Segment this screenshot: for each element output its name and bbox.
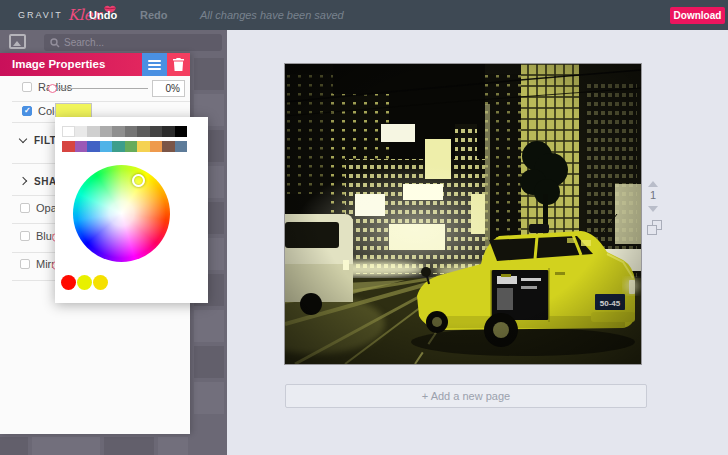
color-swatch[interactable] bbox=[62, 126, 75, 137]
panel-title: Image Properties bbox=[12, 58, 105, 70]
trash-icon bbox=[173, 58, 184, 71]
library-thumbnail[interactable] bbox=[194, 346, 224, 378]
color-swatch[interactable] bbox=[125, 126, 138, 137]
canvas-area[interactable]: 50-45 1 + Add a new page bbox=[227, 30, 728, 455]
recent-color-swatch[interactable] bbox=[93, 275, 108, 290]
library-thumbnail[interactable] bbox=[32, 437, 100, 455]
library-thumbnail[interactable] bbox=[194, 58, 224, 90]
save-status-text: All changes have been saved bbox=[200, 9, 344, 21]
menu-button[interactable] bbox=[142, 53, 167, 76]
radius-slider-handle[interactable] bbox=[48, 84, 57, 93]
delete-button[interactable] bbox=[167, 53, 190, 76]
page-number: 1 bbox=[645, 189, 661, 201]
color-picker-popup bbox=[55, 117, 208, 303]
opacity-checkbox[interactable] bbox=[20, 203, 30, 213]
chevron-down-icon[interactable] bbox=[19, 135, 27, 143]
brand-prefix: GRAVIT bbox=[18, 10, 63, 20]
duplicate-page-icon[interactable] bbox=[647, 220, 662, 235]
page-up-arrow-icon[interactable] bbox=[648, 181, 658, 187]
color-swatch[interactable] bbox=[150, 141, 163, 152]
recent-color-swatch[interactable] bbox=[77, 275, 92, 290]
hamburger-icon bbox=[148, 60, 161, 62]
color-checkbox[interactable] bbox=[22, 106, 32, 116]
panel-header: Image Properties bbox=[0, 53, 190, 76]
redo-button[interactable]: Redo bbox=[140, 9, 168, 21]
color-wheel-selector[interactable] bbox=[132, 174, 145, 187]
library-search-input[interactable]: Search... bbox=[44, 34, 222, 51]
color-wheel[interactable] bbox=[73, 165, 170, 262]
color-swatch[interactable] bbox=[175, 126, 188, 137]
color-swatch[interactable] bbox=[125, 141, 138, 152]
color-swatch[interactable] bbox=[150, 126, 163, 137]
color-swatch[interactable] bbox=[162, 126, 175, 137]
color-swatch[interactable] bbox=[100, 141, 113, 152]
blur-checkbox[interactable] bbox=[20, 231, 30, 241]
taxi-night-photo: 50-45 bbox=[285, 64, 641, 364]
radius-value-box[interactable]: 0% bbox=[152, 80, 185, 97]
color-swatch[interactable] bbox=[112, 126, 125, 137]
color-swatch[interactable] bbox=[75, 126, 88, 137]
app-window: GRAVIT Klex Undo Redo All changes have b… bbox=[0, 0, 728, 455]
library-thumbnail[interactable] bbox=[194, 382, 224, 414]
top-bar: GRAVIT Klex Undo Redo All changes have b… bbox=[0, 0, 728, 30]
library-thumbnail[interactable] bbox=[194, 310, 224, 342]
image-library-icon[interactable] bbox=[9, 34, 26, 49]
color-swatch[interactable] bbox=[137, 126, 150, 137]
undo-button[interactable]: Undo bbox=[89, 9, 117, 21]
color-swatch[interactable] bbox=[62, 141, 75, 152]
color-swatch[interactable] bbox=[137, 141, 150, 152]
library-thumbnail[interactable] bbox=[158, 437, 188, 455]
color-swatch[interactable] bbox=[87, 141, 100, 152]
color-swatch[interactable] bbox=[112, 141, 125, 152]
page-down-arrow-icon[interactable] bbox=[648, 206, 658, 212]
radius-checkbox[interactable] bbox=[22, 82, 32, 92]
color-swatch[interactable] bbox=[100, 126, 113, 137]
search-icon bbox=[50, 38, 60, 48]
radius-slider-track[interactable] bbox=[58, 88, 148, 89]
search-placeholder-text: Search... bbox=[64, 37, 104, 48]
library-thumbnail[interactable] bbox=[104, 437, 154, 455]
photo-page[interactable]: 50-45 bbox=[284, 63, 642, 365]
color-swatch[interactable] bbox=[162, 141, 175, 152]
swatch-row-colors bbox=[62, 141, 187, 152]
color-swatch[interactable] bbox=[75, 141, 88, 152]
mirror-checkbox[interactable] bbox=[20, 259, 30, 269]
color-swatch[interactable] bbox=[87, 126, 100, 137]
color-swatch-button[interactable] bbox=[55, 103, 92, 118]
recent-color-swatch[interactable] bbox=[61, 275, 76, 290]
chevron-right-icon[interactable] bbox=[19, 177, 27, 185]
add-new-page-button[interactable]: + Add a new page bbox=[285, 384, 647, 408]
swatch-row-grays bbox=[62, 126, 187, 137]
download-button[interactable]: Download bbox=[670, 7, 725, 24]
color-swatch[interactable] bbox=[175, 141, 188, 152]
library-thumbnail[interactable] bbox=[0, 437, 28, 455]
